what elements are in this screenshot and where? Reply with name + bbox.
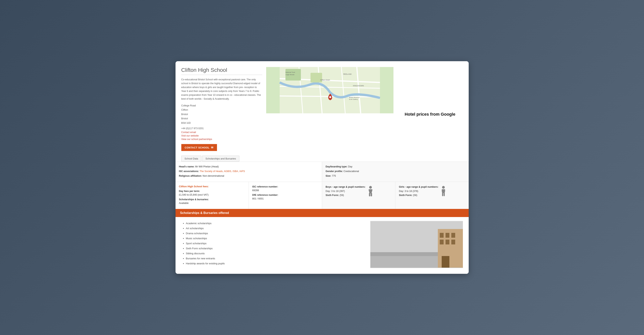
- list-item: Bursaries for new entrants: [186, 256, 370, 261]
- day-fees-label: Day fees per term:: [179, 190, 200, 192]
- religious-label: Religious affiliation:: [179, 175, 202, 177]
- list-item: Drama scholarships: [186, 231, 370, 236]
- svg-rect-38: [370, 252, 438, 256]
- school-address: College Road Clifton Bristol Bristol BS8…: [181, 104, 262, 125]
- girls-sixth-value: (58): [413, 194, 417, 197]
- dfe-ref-value: 801 / 6001: [252, 197, 264, 200]
- visit-website-link[interactable]: Visit our website: [181, 134, 262, 137]
- fees-row: Clifton High School fees: Day fees per t…: [176, 182, 469, 209]
- map-column: REDLAND KINGSDOWN Clifton Down National …: [266, 67, 394, 162]
- religious-value: Non-denominational: [202, 175, 224, 177]
- scholarships-section: Scholarships & Bursaries offered Academi…: [176, 209, 469, 274]
- girls-title: Girls - age range & pupil numbers:: [399, 186, 438, 188]
- address-line-4: Bristol: [181, 116, 262, 121]
- day-fees-value: £1,540 to £5,840 (excl VAT): [179, 193, 209, 196]
- girls-panel: Girls - age range & pupil numbers: Day: …: [396, 182, 468, 209]
- list-item: Sixth Form scholarships: [186, 246, 370, 251]
- girls-day-value: 3 to 18 (378): [404, 190, 418, 192]
- dfe-ref-label: DfE reference number:: [252, 194, 278, 196]
- bursaries-label: Scholarships & bursaries:: [179, 198, 209, 201]
- heads-name-value: Mr Will Phelan (Head): [195, 165, 219, 168]
- svg-rect-32: [451, 233, 455, 238]
- day-boarding-label: Day/boarding type:: [326, 165, 347, 168]
- girls-info: Girls - age range & pupil numbers: Day: …: [399, 185, 438, 206]
- day-fees-row: Day fees per term: £1,540 to £5,840 (exc…: [179, 189, 245, 197]
- left-column: Clifton High School Co-educational Brist…: [181, 67, 262, 162]
- bottom-image-area: [370, 221, 463, 268]
- contact-email-link[interactable]: Contact email: [181, 131, 262, 134]
- address-line-2: Clifton: [181, 108, 262, 112]
- list-item: Sibling discounts: [186, 251, 370, 256]
- dfe-ref-row: DfE reference number: 801 / 6001: [252, 193, 318, 201]
- info-panel-type: Day/boarding type: Day Gender profile: C…: [322, 162, 469, 182]
- view-partnerships-link[interactable]: View our school partnerships: [181, 138, 262, 141]
- svg-rect-27: [444, 193, 445, 196]
- gender-profile-label: Gender profile:: [326, 170, 343, 173]
- svg-rect-35: [451, 240, 455, 244]
- boys-sixth-value: (59): [340, 194, 344, 197]
- svg-text:Clifton Down: Clifton Down: [320, 79, 330, 81]
- svg-rect-30: [440, 233, 444, 238]
- svg-text:Leigh Woods: Leigh Woods: [286, 74, 294, 76]
- scholarships-list: Academic scholarshipsArt scholarshipsDra…: [183, 221, 370, 268]
- list-item: Art scholarships: [186, 226, 370, 231]
- address-postcode: BS8 3JD: [181, 121, 262, 125]
- boys-sixth-label: Sixth Form:: [326, 194, 339, 197]
- isc-ref-value: 69288: [252, 189, 259, 192]
- svg-rect-9: [310, 73, 322, 83]
- heads-name-row: Head's name: Mr Will Phelan (Head): [179, 165, 318, 169]
- tab-school-data[interactable]: School Data: [181, 156, 202, 162]
- svg-rect-23: [369, 193, 370, 196]
- fees-panel: Clifton High School fees: Day fees per t…: [176, 182, 249, 209]
- svg-text:REDLAND: REDLAND: [343, 73, 352, 75]
- school-name: Clifton High School: [181, 67, 262, 73]
- school-card: Clifton High School Co-educational Brist…: [176, 61, 469, 274]
- fees-title: Clifton High School fees:: [179, 185, 245, 188]
- svg-rect-33: [440, 240, 444, 244]
- size-value: 775: [332, 175, 336, 177]
- map-svg: REDLAND KINGSDOWN Clifton Down National …: [266, 67, 394, 113]
- boys-day-value: 3 to 18 (397): [331, 190, 345, 192]
- contact-school-button[interactable]: CONTACT SCHOOL ✉: [181, 144, 217, 151]
- info-panel-head: Head's name: Mr Will Phelan (Head) ISC a…: [176, 162, 322, 182]
- size-row: Size: 775: [326, 174, 465, 178]
- info-grid: Head's name: Mr Will Phelan (Head) ISC a…: [176, 162, 469, 182]
- top-section: Clifton High School Co-educational Brist…: [176, 61, 469, 162]
- svg-point-25: [442, 186, 445, 189]
- day-boarding-row: Day/boarding type: Day: [326, 165, 465, 169]
- boys-panel: Boys - age range & pupil numbers: Day: 3…: [322, 182, 396, 209]
- address-line-3: Bristol: [181, 112, 262, 117]
- girls-day-label: Day:: [399, 190, 404, 192]
- svg-rect-31: [446, 233, 450, 238]
- svg-rect-24: [371, 193, 372, 196]
- envelope-icon: ✉: [211, 146, 214, 149]
- hotel-prices-text: Hotel prices from Google: [405, 112, 455, 117]
- tab-scholarships[interactable]: Scholarships and Bursaries: [202, 156, 239, 162]
- bursaries-row: Scholarships & bursaries: Available: [179, 198, 245, 205]
- boys-info: Boys - age range & pupil numbers: Day: 3…: [326, 185, 366, 206]
- girls-sixth-label: Sixth Form:: [399, 194, 412, 197]
- svg-text:KINGSDOWN: KINGSDOWN: [353, 85, 364, 87]
- list-item: Academic scholarships: [186, 221, 370, 226]
- svg-point-18: [329, 96, 331, 98]
- religious-row: Religious affiliation: Non-denominationa…: [179, 174, 318, 178]
- scholarships-body: Academic scholarshipsArt scholarshipsDra…: [176, 217, 469, 274]
- female-person-icon: [440, 185, 446, 206]
- school-phone: +44 (0)117 973 0201: [181, 127, 262, 130]
- male-person-icon: [368, 185, 374, 206]
- list-item: Sport scholarships: [186, 241, 370, 246]
- svg-text:Bristol Museum: Bristol Museum: [349, 97, 360, 98]
- address-line-1: College Road: [181, 104, 262, 108]
- map-placeholder[interactable]: REDLAND KINGSDOWN Clifton Down National …: [266, 67, 394, 113]
- isc-value[interactable]: The Society of Heads, AGBIS, ISBA, IAPS: [200, 170, 245, 173]
- day-boarding-value: Day: [348, 165, 352, 168]
- bursaries-value: Available: [179, 202, 189, 204]
- isc-label: ISC associations:: [179, 170, 199, 173]
- list-item: Music scholarships: [186, 236, 370, 241]
- scholarships-header: Scholarships & Bursaries offered: [176, 209, 469, 217]
- isc-ref-row: ISC reference number: 69288: [252, 185, 318, 192]
- size-label: Size:: [326, 175, 331, 177]
- reference-panel: ISC reference number: 69288 DfE referenc…: [249, 182, 322, 209]
- gender-profile-row: Gender profile: Coeducational: [326, 170, 465, 173]
- heads-name-label: Head's name:: [179, 165, 194, 168]
